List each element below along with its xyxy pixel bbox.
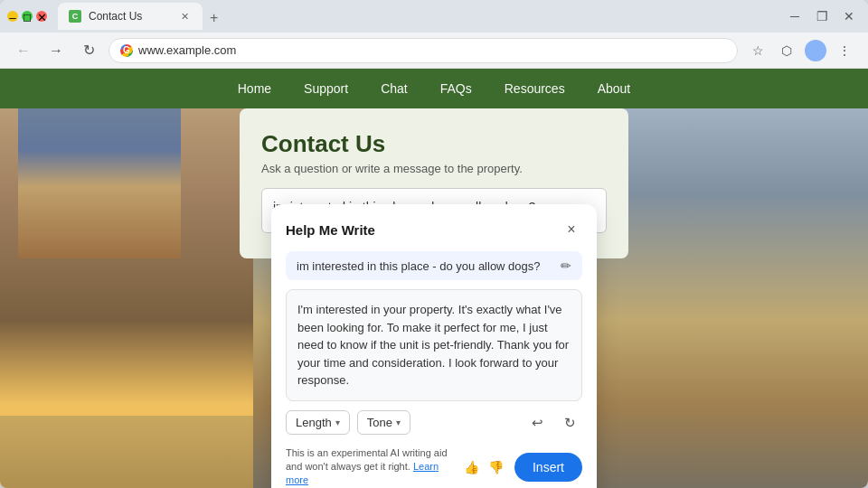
- insert-button[interactable]: Insert: [514, 453, 582, 482]
- window-controls: – □ ✕: [7, 11, 47, 22]
- tab-favicon: C: [69, 10, 81, 23]
- toolbar-actions: ☆ ⬡ ⋮: [745, 38, 857, 63]
- tone-dropdown[interactable]: Tone ▾: [357, 410, 410, 435]
- nav-faqs[interactable]: FAQs: [424, 74, 488, 103]
- length-dropdown[interactable]: Length ▾: [286, 410, 350, 435]
- generated-text: I'm interested in your property. It's ex…: [286, 289, 582, 401]
- length-label: Length: [296, 416, 332, 429]
- thumbs-up-button[interactable]: 👍: [462, 458, 481, 476]
- help-write-popup: Help Me Write × im interested in this pl…: [271, 204, 597, 488]
- forward-button[interactable]: →: [43, 38, 69, 63]
- edit-icon[interactable]: ✏: [561, 258, 571, 273]
- input-display: im interested in this place - do you all…: [286, 251, 582, 280]
- account-button[interactable]: [803, 38, 828, 63]
- window-actions: ─ ❐ ✕: [783, 5, 861, 28]
- address-bar: ← → ↻ G www.example.com ☆ ⬡ ⋮: [0, 33, 868, 69]
- page-content: Home Support Chat FAQs Resources About C…: [0, 69, 868, 488]
- window-close-button[interactable]: ✕: [837, 5, 861, 28]
- url-text: www.example.com: [138, 43, 726, 57]
- reload-button[interactable]: ↻: [76, 38, 101, 63]
- nav-resources[interactable]: Resources: [488, 74, 581, 103]
- browser-frame: – □ ✕ C Contact Us ✕ + ─ ❐ ✕ ← → ↻ G www…: [0, 0, 868, 488]
- avatar: [805, 40, 826, 61]
- popup-close-button[interactable]: ×: [561, 219, 582, 240]
- contact-title: Contact Us: [261, 130, 607, 158]
- popup-title: Help Me Write: [286, 222, 375, 238]
- extensions-button[interactable]: ⬡: [774, 38, 799, 63]
- controls-row: Length ▾ Tone ▾ ↩ ↻: [286, 410, 582, 436]
- tone-arrow-icon: ▾: [396, 418, 401, 427]
- disclaimer-text: This is an experimental AI writing aid a…: [286, 446, 457, 488]
- bg-left: [0, 69, 253, 488]
- back-button[interactable]: ←: [11, 38, 36, 63]
- nav-about[interactable]: About: [581, 74, 647, 103]
- length-arrow-icon: ▾: [335, 418, 340, 427]
- undo-icon: ↩: [532, 415, 543, 431]
- tone-label: Tone: [367, 416, 392, 429]
- close-button[interactable]: ✕: [36, 11, 47, 22]
- nav-support[interactable]: Support: [288, 74, 364, 103]
- nav-home[interactable]: Home: [222, 74, 288, 103]
- tab-title: Contact Us: [89, 10, 170, 23]
- new-tab-button[interactable]: +: [203, 6, 225, 30]
- google-icon: G: [120, 44, 133, 57]
- window-minimize-button[interactable]: ─: [783, 5, 807, 28]
- contact-subtitle: Ask a question or write a message to the…: [261, 162, 607, 175]
- nav-chat[interactable]: Chat: [364, 74, 424, 103]
- menu-button[interactable]: ⋮: [832, 38, 857, 63]
- input-display-text: im interested in this place - do you all…: [297, 259, 553, 273]
- window-restore-button[interactable]: ❐: [810, 5, 834, 28]
- popup-header: Help Me Write ×: [286, 219, 582, 240]
- url-bar[interactable]: G www.example.com: [108, 38, 738, 63]
- refresh-icon: ↻: [564, 415, 576, 431]
- title-bar: – □ ✕ C Contact Us ✕ + ─ ❐ ✕: [0, 0, 868, 33]
- popup-footer: This is an experimental AI writing aid a…: [286, 446, 582, 488]
- browser-tab[interactable]: C Contact Us ✕: [58, 3, 203, 30]
- minimize-button[interactable]: –: [7, 11, 18, 22]
- tab-close-button[interactable]: ✕: [177, 9, 192, 23]
- thumbs-down-button[interactable]: 👎: [486, 458, 505, 476]
- undo-button[interactable]: ↩: [524, 410, 550, 436]
- navigation-bar: Home Support Chat FAQs Resources About: [0, 69, 868, 108]
- bookmark-button[interactable]: ☆: [745, 38, 770, 63]
- refresh-button[interactable]: ↻: [557, 410, 582, 436]
- maximize-button[interactable]: □: [22, 11, 33, 22]
- tabs-area: C Contact Us ✕ +: [58, 3, 776, 30]
